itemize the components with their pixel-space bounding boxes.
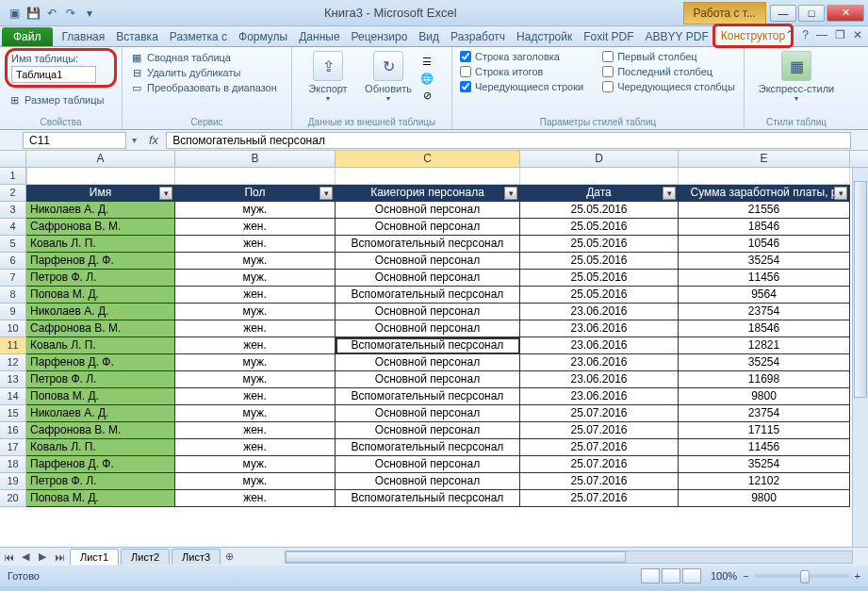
cell-name[interactable]: Парфенов Д. Ф.: [26, 354, 175, 371]
filter-icon[interactable]: ▾: [663, 187, 676, 200]
table-header-salary[interactable]: Сумма заработной платы, р▾: [679, 185, 850, 202]
cell-category[interactable]: Основной персонал: [336, 270, 520, 287]
minimize-button[interactable]: —: [770, 5, 796, 22]
cell-name[interactable]: Попова М. Д.: [26, 490, 175, 507]
zoom-in-button[interactable]: +: [855, 570, 860, 582]
qat-dropdown-icon[interactable]: ▾: [81, 5, 98, 22]
worksheet-grid[interactable]: A B C D E 12Имя▾Пол▾Каиегория персонала▾…: [0, 151, 868, 547]
cell-category[interactable]: Вспомогательный песрсонал: [336, 439, 520, 456]
cell-gender[interactable]: жен.: [175, 236, 336, 253]
horizontal-scrollbar[interactable]: [285, 550, 853, 564]
cell-gender[interactable]: муж.: [175, 202, 336, 219]
row-header-8[interactable]: 8: [0, 287, 26, 304]
quick-styles-button[interactable]: ▦Экспресс-стили▾: [752, 51, 841, 103]
cell-date[interactable]: 25.07.2016: [520, 490, 679, 507]
table-header-date[interactable]: Дата▾: [520, 185, 679, 202]
row-header-11[interactable]: 11: [0, 337, 26, 354]
total-row-checkbox[interactable]: Строка итогов: [460, 66, 583, 77]
view-normal-button[interactable]: [641, 568, 660, 583]
cell-category[interactable]: Вспомогательный песрсонал: [336, 337, 520, 354]
first-col-checkbox[interactable]: Первый столбец: [602, 51, 735, 62]
row-header-4[interactable]: 4: [0, 219, 26, 236]
cell-gender[interactable]: жен.: [175, 337, 336, 354]
cell-salary[interactable]: 18546: [679, 219, 850, 236]
workbook-minimize-icon[interactable]: —: [816, 28, 827, 41]
cell-gender[interactable]: муж.: [175, 270, 336, 287]
row-header-12[interactable]: 12: [0, 354, 26, 371]
filter-icon[interactable]: ▾: [834, 187, 847, 200]
row-header-2[interactable]: 2: [0, 185, 26, 202]
sheet-tab-3[interactable]: Лист3: [172, 549, 221, 565]
cell-name[interactable]: Парфенов Д. Ф.: [26, 253, 175, 270]
new-sheet-icon[interactable]: ⊕: [221, 550, 237, 563]
row-header-14[interactable]: 14: [0, 388, 26, 405]
row-header-18[interactable]: 18: [0, 456, 26, 473]
cell-name[interactable]: Сафронова В. М.: [26, 219, 175, 236]
maximize-button[interactable]: □: [798, 5, 825, 22]
cell-salary[interactable]: 23754: [679, 405, 850, 422]
cell-salary[interactable]: 21556: [679, 202, 850, 219]
cell-date[interactable]: 23.06.2016: [520, 337, 679, 354]
cell-gender[interactable]: муж.: [175, 405, 336, 422]
sheet-tab-1[interactable]: Лист1: [70, 549, 119, 565]
convert-range-button[interactable]: ▭Преобразовать в диапазон: [130, 81, 284, 94]
row-header-17[interactable]: 17: [0, 439, 26, 456]
refresh-button[interactable]: ↻Обновить▾: [360, 51, 417, 103]
file-tab[interactable]: Файл: [2, 27, 53, 46]
cell-category[interactable]: Основной персонал: [336, 354, 520, 371]
cell-salary[interactable]: 17115: [679, 422, 850, 439]
cell-name[interactable]: Петров Ф. Л.: [26, 270, 175, 287]
cell-salary[interactable]: 35254: [679, 456, 850, 473]
cell-category[interactable]: Основной персонал: [336, 320, 520, 337]
name-box-dropdown-icon[interactable]: ▾: [126, 135, 141, 145]
cell-date[interactable]: 23.06.2016: [520, 304, 679, 320]
select-all-corner[interactable]: [0, 151, 26, 167]
cell-date[interactable]: 25.05.2016: [520, 236, 679, 253]
row-header-9[interactable]: 9: [0, 304, 26, 320]
cell-salary[interactable]: 9800: [679, 490, 850, 507]
cell-name[interactable]: Сафронова В. М.: [26, 320, 175, 337]
cell-name[interactable]: Петров Ф. Л.: [26, 371, 175, 388]
col-header-A[interactable]: A: [26, 151, 175, 167]
cell-category[interactable]: Основной персонал: [336, 253, 520, 270]
cell-name[interactable]: Парфенов Д. Ф.: [26, 456, 175, 473]
cell-salary[interactable]: 18546: [679, 320, 850, 337]
tab-Данные[interactable]: Данные: [293, 27, 345, 46]
excel-icon[interactable]: ▣: [6, 5, 23, 22]
table-name-input[interactable]: [11, 66, 96, 83]
cell-salary[interactable]: 9564: [679, 287, 850, 304]
view-pagebreak-button[interactable]: [682, 568, 701, 583]
zoom-slider[interactable]: [755, 574, 849, 578]
sheet-nav-last-icon[interactable]: ⏭: [51, 551, 68, 563]
browser-icon[interactable]: 🌐: [420, 72, 434, 85]
sheet-nav-prev-icon[interactable]: ◀: [17, 550, 34, 563]
workbook-close-icon[interactable]: ✕: [853, 28, 862, 41]
table-header-category[interactable]: Каиегория персонала▾: [336, 185, 520, 202]
cell-category[interactable]: Основной персонал: [336, 473, 520, 490]
redo-icon[interactable]: ↷: [62, 5, 79, 22]
help-icon[interactable]: ?: [802, 28, 809, 41]
save-icon[interactable]: 💾: [25, 5, 41, 22]
cell-name[interactable]: Коваль Л. П.: [26, 236, 175, 253]
row-header-10[interactable]: 10: [0, 320, 26, 337]
cell-date[interactable]: 23.06.2016: [520, 371, 679, 388]
cell-category[interactable]: Основной персонал: [336, 422, 520, 439]
row-header-13[interactable]: 13: [0, 371, 26, 388]
row-header-6[interactable]: 6: [0, 253, 26, 270]
cell-date[interactable]: 25.05.2016: [520, 270, 679, 287]
tab-Надстройк[interactable]: Надстройк: [511, 27, 578, 46]
tab-Разработч[interactable]: Разработч: [445, 27, 511, 46]
export-button[interactable]: ⇪Экспорт▾: [300, 51, 356, 103]
cell-category[interactable]: Основной персонал: [336, 371, 520, 388]
cell-gender[interactable]: жен.: [175, 490, 336, 507]
fx-icon[interactable]: fx: [149, 133, 158, 147]
remove-duplicates-button[interactable]: ⊟Удалить дубликаты: [130, 66, 284, 79]
cell-gender[interactable]: муж.: [175, 473, 336, 490]
vertical-scrollbar[interactable]: [852, 168, 868, 547]
cell-salary[interactable]: 35254: [679, 354, 850, 371]
cell-salary[interactable]: 11456: [679, 439, 850, 456]
pivot-table-button[interactable]: ▦Сводная таблица: [130, 51, 284, 64]
cell-gender[interactable]: жен.: [175, 320, 336, 337]
row-header-15[interactable]: 15: [0, 405, 26, 422]
cell-date[interactable]: 25.07.2016: [520, 473, 679, 490]
